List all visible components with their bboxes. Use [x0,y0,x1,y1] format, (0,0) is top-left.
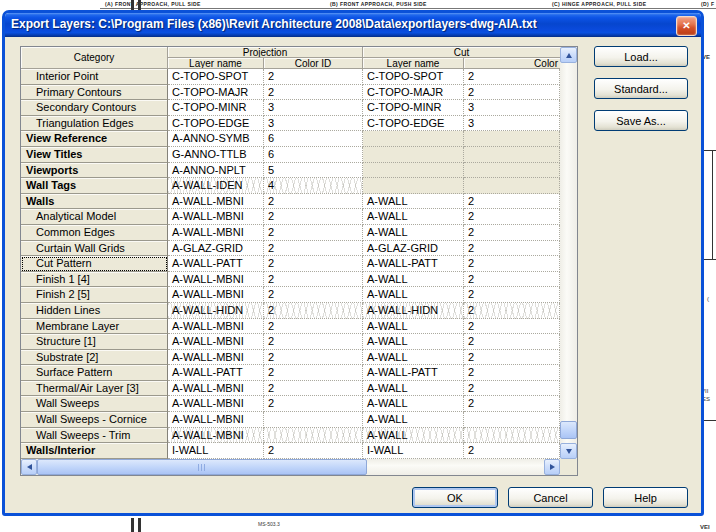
category-cell[interactable]: Cut Pattern [21,256,168,272]
category-cell[interactable]: Walls [21,194,168,210]
projection-color-id-cell[interactable] [264,412,363,428]
projection-color-id-cell[interactable]: 2 [264,85,363,101]
projection-layer-name-cell[interactable]: A-WALL-MBNI [168,272,264,288]
projection-layer-name-cell[interactable]: C-TOPO-MAJR [168,85,264,101]
cut-color-id-cell[interactable]: 2 [464,194,560,210]
category-cell[interactable]: Hidden Lines [21,303,168,319]
projection-layer-name-cell[interactable]: A-WALL-MBNI [168,396,264,412]
cut-layer-name-cell[interactable] [363,178,464,194]
cut-layer-name-cell[interactable] [363,163,464,179]
cut-layer-name-cell[interactable]: A-GLAZ-GRID [363,241,464,257]
help-button[interactable]: Help [603,487,688,508]
category-cell[interactable]: View Reference [21,131,168,147]
projection-color-id-cell[interactable]: 4 [264,178,363,194]
category-cell[interactable]: Membrane Layer [21,319,168,335]
projection-layer-name-cell[interactable]: A-WALL-MBNI [168,209,264,225]
projection-layer-name-cell[interactable]: A-WALL-PATT [168,365,264,381]
dialog-titlebar[interactable]: Export Layers: C:\Program Files (x86)\Re… [5,13,701,37]
vertical-scrollbar[interactable] [560,47,577,459]
category-cell[interactable]: View Titles [21,147,168,163]
cut-color-id-cell[interactable]: 2 [464,303,560,319]
cut-color-id-cell[interactable]: 2 [464,209,560,225]
ok-button[interactable]: OK [412,487,498,508]
projection-layer-name-cell[interactable]: A-WALL-MBNI [168,350,264,366]
projection-color-id-cell[interactable]: 3 [264,116,363,132]
cut-color-id-cell[interactable]: 2 [464,396,560,412]
projection-layer-name-cell[interactable]: A-GLAZ-GRID [168,241,264,257]
projection-layer-name-cell[interactable]: C-TOPO-MINR [168,100,264,116]
category-cell[interactable]: Finish 2 [5] [21,287,168,303]
category-cell[interactable]: Finish 1 [4] [21,272,168,288]
cut-layer-name-cell[interactable]: A-WALL [363,350,464,366]
projection-color-id-cell[interactable]: 2 [264,350,363,366]
projection-color-id-cell[interactable] [264,428,363,444]
cut-color-id-cell[interactable]: 2 [464,334,560,350]
cut-layer-name-cell[interactable]: A-WALL [363,194,464,210]
category-cell[interactable]: Interior Point [21,69,168,85]
category-cell[interactable]: Primary Contours [21,85,168,101]
projection-color-id-cell[interactable]: 6 [264,147,363,163]
projection-layer-name-cell[interactable]: G-ANNO-TTLB [168,147,264,163]
category-cell[interactable]: Wall Tags [21,178,168,194]
cut-layer-name-cell[interactable]: A-WALL-PATT [363,256,464,272]
cut-layer-name-cell[interactable]: A-WALL-PATT [363,365,464,381]
projection-color-id-cell[interactable]: 2 [264,365,363,381]
projection-color-id-cell[interactable]: 2 [264,225,363,241]
cut-layer-name-cell[interactable]: A-WALL [363,272,464,288]
cut-color-id-cell[interactable]: 2 [464,69,560,85]
projection-color-id-cell[interactable]: 5 [264,163,363,179]
cancel-button[interactable]: Cancel [508,487,593,508]
projection-color-id-cell[interactable]: 2 [264,194,363,210]
cut-layer-name-cell[interactable]: C-TOPO-MINR [363,100,464,116]
cut-color-id-cell[interactable] [464,412,560,428]
category-cell[interactable]: Structure [1] [21,334,168,350]
projection-layer-name-cell[interactable]: A-WALL-MBNI [168,381,264,397]
cut-layer-name-cell[interactable]: A-WALL [363,287,464,303]
category-cell[interactable]: Analytical Model [21,209,168,225]
cut-color-id-cell[interactable]: 2 [464,85,560,101]
cut-color-id-cell[interactable]: 2 [464,381,560,397]
projection-layer-name-cell[interactable]: A-ANNO-NPLT [168,163,264,179]
projection-color-id-cell[interactable]: 3 [264,100,363,116]
projection-layer-name-cell[interactable]: A-WALL-MBNI [168,287,264,303]
cut-color-id-cell[interactable]: 3 [464,116,560,132]
cut-color-id-cell[interactable] [464,178,560,194]
category-cell[interactable]: Substrate [2] [21,350,168,366]
projection-layer-name-cell[interactable]: A-WALL-PATT [168,256,264,272]
projection-color-id-cell[interactable]: 2 [264,334,363,350]
category-cell[interactable]: Triangulation Edges [21,116,168,132]
standard-button[interactable]: Standard... [594,78,688,99]
cut-layer-name-cell[interactable]: A-WALL [363,428,464,444]
projection-layer-name-cell[interactable]: C-TOPO-EDGE [168,116,264,132]
projection-color-id-cell[interactable]: 2 [264,287,363,303]
projection-layer-name-cell[interactable]: A-WALL-HIDN [168,303,264,319]
cut-color-id-cell[interactable]: 2 [464,256,560,272]
horizontal-scrollbar[interactable] [21,459,560,475]
cut-color-id-cell[interactable]: 2 [464,319,560,335]
projection-color-id-cell[interactable]: 2 [264,241,363,257]
category-cell[interactable]: Viewports [21,163,168,179]
projection-color-id-cell[interactable]: 2 [264,209,363,225]
cut-layer-name-cell[interactable]: A-WALL [363,209,464,225]
cut-layer-name-cell[interactable]: A-WALL [363,412,464,428]
category-cell[interactable]: Thermal/Air Layer [3] [21,381,168,397]
cut-color-id-cell[interactable]: 2 [464,443,560,459]
category-cell[interactable]: Wall Sweeps [21,396,168,412]
scroll-right-button[interactable] [544,459,560,475]
projection-layer-name-cell[interactable]: A-WALL-MBNI [168,428,264,444]
cut-layer-name-cell[interactable]: C-TOPO-MAJR [363,85,464,101]
category-cell[interactable]: Surface Pattern [21,365,168,381]
projection-color-id-cell[interactable]: 2 [264,69,363,85]
projection-layer-name-cell[interactable]: A-WALL-MBNI [168,225,264,241]
category-cell[interactable]: Common Edges [21,225,168,241]
projection-color-id-cell[interactable]: 2 [264,303,363,319]
projection-layer-name-cell[interactable]: A-WALL-MBNI [168,412,264,428]
projection-layer-name-cell[interactable]: I-WALL [168,443,264,459]
cut-layer-name-cell[interactable]: A-WALL [363,225,464,241]
projection-layer-name-cell[interactable]: A-ANNO-SYMB [168,131,264,147]
category-cell[interactable]: Wall Sweeps - Cornice [21,412,168,428]
category-cell[interactable]: Secondary Contours [21,100,168,116]
category-cell[interactable]: Wall Sweeps - Trim [21,428,168,444]
cut-color-id-cell[interactable]: 2 [464,241,560,257]
cut-color-id-cell[interactable] [464,131,560,147]
